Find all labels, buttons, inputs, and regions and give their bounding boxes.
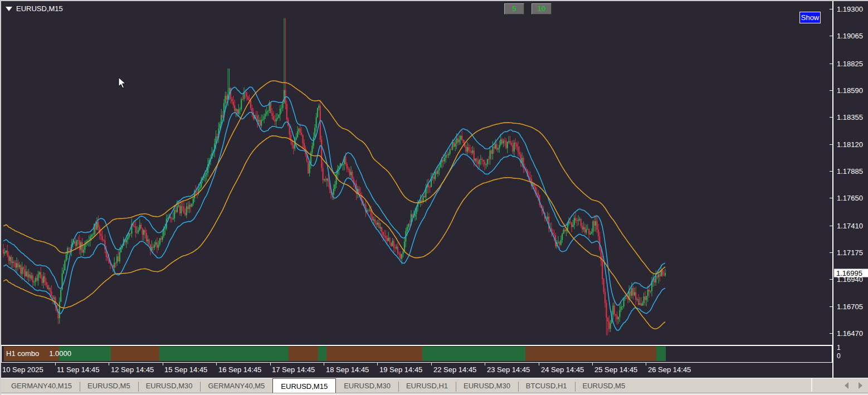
- price-tick: [830, 279, 832, 280]
- time-tick: [592, 363, 593, 365]
- time-tick: [270, 363, 271, 365]
- price-tick-label: 1.18355: [837, 113, 863, 121]
- time-axis[interactable]: 10 Sep 202511 Sep 14:4512 Sep 14:4515 Se…: [1, 363, 832, 378]
- price-tick-label: 1.19300: [837, 5, 863, 13]
- current-price-tag: 1.16995: [834, 269, 868, 277]
- time-tick-label: 25 Sep 14:45: [594, 365, 637, 374]
- time-tick: [539, 363, 539, 365]
- time-tick-label: 11 Sep 14:45: [57, 365, 99, 374]
- chart-tab-eurusd-m30[interactable]: EURUSD,M30: [336, 379, 398, 393]
- tab-bar-divider: [811, 378, 812, 392]
- indicator-segment-up: [159, 347, 289, 361]
- time-tick: [646, 363, 646, 365]
- chart-tab-eurusd-m5[interactable]: EURUSD,M5: [575, 379, 633, 393]
- tab-scroll-left-icon[interactable]: [845, 382, 849, 389]
- price-tick-label: 1.18590: [837, 86, 863, 95]
- time-tick-label: 23 Sep 14:45: [487, 365, 530, 374]
- timeframe-10-button[interactable]: 10: [531, 3, 552, 14]
- price-tick: [830, 226, 832, 226]
- price-tick-label: 1.16705: [837, 302, 863, 310]
- time-tick: [485, 363, 485, 365]
- price-tick: [830, 64, 832, 64]
- price-tick-label: 1.17885: [837, 167, 863, 175]
- chart-symbol-text: EURUSD,M15: [16, 4, 63, 13]
- price-tick-label: 1.18120: [837, 140, 863, 148]
- price-tick: [830, 117, 832, 118]
- price-tick-label: 1.16470: [837, 329, 863, 337]
- time-tick-label: 12 Sep 14:45: [111, 365, 154, 374]
- tab-scroll-right-icon[interactable]: [859, 382, 862, 389]
- trading-terminal: EURUSD,M15 5 10 Show H1 combo1.0000 10 S…: [0, 0, 868, 395]
- time-tick: [109, 363, 109, 365]
- chart-tab-btcusd-h1[interactable]: BTCUSD,H1: [518, 379, 575, 393]
- chart-tab-eurusd-m5[interactable]: EURUSD,M5: [80, 379, 138, 393]
- time-tick: [216, 363, 217, 365]
- chart-tabs: GERMANY40,M15EURUSD,M5EURUSD,M30GERMANY4…: [3, 379, 633, 393]
- price-tick: [830, 9, 832, 9]
- candlestick-chart[interactable]: [1, 1, 832, 345]
- subwindow-scale-min: 0: [837, 352, 841, 360]
- price-tick: [830, 144, 832, 145]
- indicator-segment-up: [422, 347, 525, 361]
- price-tick: [830, 90, 832, 91]
- price-tick-label: 1.17175: [837, 248, 863, 257]
- chart-tab-bar: GERMANY40,M15EURUSD,M5EURUSD,M30GERMANY4…: [1, 378, 868, 395]
- price-tick-label: 1.18825: [837, 59, 863, 67]
- indicator-segment-down: [111, 347, 159, 361]
- price-tick: [830, 333, 832, 334]
- indicator-name-label: H1 combo1.0000: [6, 349, 71, 358]
- indicator-segment-up: [656, 347, 666, 361]
- chart-tab-eurusd-m30[interactable]: EURUSD,M30: [456, 379, 518, 393]
- time-tick: [163, 363, 163, 365]
- show-button[interactable]: Show: [799, 12, 821, 23]
- indicator-segment-up: [318, 347, 326, 361]
- price-axis[interactable]: 1.193001.190651.188251.185901.183551.181…: [832, 1, 868, 378]
- price-tick-label: 1.19065: [837, 32, 863, 40]
- chart-tab-eurusd-m15[interactable]: EURUSD,M15: [272, 378, 336, 393]
- price-tick: [830, 198, 832, 198]
- chart-area[interactable]: EURUSD,M15 5 10 Show: [1, 1, 832, 345]
- time-tick-label: 10 Sep 2025: [2, 365, 43, 374]
- tab-bar-bottom-strip: [1, 393, 868, 395]
- price-tick: [830, 171, 832, 172]
- chart-symbol-label[interactable]: EURUSD,M15: [6, 4, 63, 13]
- chart-tab-eurusd-m30[interactable]: EURUSD,M30: [138, 379, 201, 393]
- price-axis-separator: [832, 1, 833, 378]
- time-tick-label: 24 Sep 14:45: [541, 365, 584, 374]
- indicator-segment-down: [326, 347, 422, 361]
- time-tick-label: 22 Sep 14:45: [433, 365, 476, 374]
- price-tick-label: 1.17410: [837, 221, 863, 230]
- time-tick-label: 19 Sep 14:45: [379, 365, 422, 374]
- price-tick: [830, 252, 832, 253]
- time-tick: [431, 363, 432, 365]
- indicator-subwindow[interactable]: H1 combo1.0000: [1, 346, 832, 363]
- price-tick-label: 1.17650: [837, 194, 863, 202]
- time-tick-label: 18 Sep 14:45: [326, 365, 369, 374]
- time-tick-label: 15 Sep 14:45: [164, 365, 207, 374]
- time-tick-label: 26 Sep 14:45: [648, 365, 691, 374]
- indicator-segment-down: [525, 347, 656, 361]
- chart-tab-eurusd-h1[interactable]: EURUSD,H1: [398, 379, 456, 393]
- subwindow-scale-max: 1: [837, 344, 841, 352]
- price-tick: [830, 36, 832, 36]
- time-tick: [55, 363, 56, 365]
- indicator-segment-down: [289, 347, 318, 361]
- time-tick-label: 16 Sep 14:45: [218, 365, 261, 374]
- indicator-value: 1.0000: [49, 349, 71, 358]
- chevron-down-icon[interactable]: [6, 7, 12, 11]
- time-tick-label: 17 Sep 14:45: [272, 365, 315, 374]
- time-tick: [377, 363, 378, 365]
- price-tick: [830, 306, 832, 307]
- timeframe-5-button[interactable]: 5: [504, 3, 524, 14]
- chart-tab-germany40-m5[interactable]: GERMANY40,M5: [200, 379, 272, 393]
- chart-tab-germany40-m15[interactable]: GERMANY40,M15: [3, 379, 80, 393]
- time-tick: [324, 363, 324, 365]
- mouse-cursor: [118, 77, 127, 89]
